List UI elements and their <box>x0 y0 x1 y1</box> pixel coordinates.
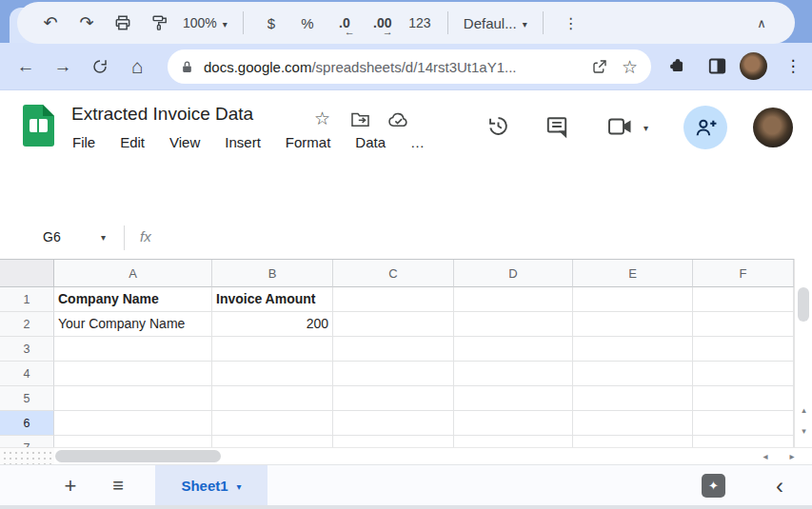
comments-icon[interactable] <box>545 114 569 139</box>
print-icon[interactable] <box>105 13 141 32</box>
column-header-e[interactable]: E <box>573 260 693 287</box>
side-panel-icon[interactable] <box>703 43 731 89</box>
font-select[interactable]: Defaul... ▾ <box>458 15 533 31</box>
cell-B5[interactable] <box>212 386 333 411</box>
browser-profile-avatar[interactable] <box>740 52 767 80</box>
cell-C2[interactable] <box>333 312 454 337</box>
cell-C5[interactable] <box>333 386 454 411</box>
redo-icon[interactable]: ↷ <box>69 12 105 33</box>
cell-F5[interactable] <box>693 386 794 411</box>
address-bar[interactable]: docs.google.com/spreadsheets/d/14rst3Ut1… <box>168 49 651 84</box>
sheets-logo-icon[interactable] <box>23 105 54 147</box>
cell-A6[interactable] <box>54 411 212 436</box>
cell-D2[interactable] <box>454 312 573 337</box>
cell-D4[interactable] <box>454 362 573 386</box>
sheet-tab-active[interactable]: Sheet1 ▾ <box>155 465 267 506</box>
extensions-puzzle-icon[interactable] <box>663 43 691 89</box>
cell-A2[interactable]: Your Company Name <box>54 312 212 337</box>
move-to-folder-icon[interactable] <box>350 111 370 127</box>
name-box-caret-icon[interactable]: ▾ <box>101 232 106 243</box>
menu-insert[interactable]: Insert <box>225 134 261 150</box>
column-header-a[interactable]: A <box>54 260 212 287</box>
cell-C3[interactable] <box>333 337 454 362</box>
cell-F4[interactable] <box>693 362 794 386</box>
cell-B3[interactable] <box>212 337 333 362</box>
forward-icon[interactable]: → <box>49 43 77 89</box>
gemini-sparkle-badge[interactable]: ✦ <box>702 474 725 498</box>
cell-A4[interactable] <box>54 362 212 386</box>
cell-F6[interactable] <box>693 411 794 436</box>
cell-E3[interactable] <box>573 337 693 362</box>
zoom-control[interactable]: 100% ▾ <box>177 15 233 30</box>
cell-C1[interactable] <box>333 287 454 312</box>
document-title[interactable]: Extracted Invoice Data <box>71 104 253 125</box>
scroll-down-icon[interactable]: ▾ <box>795 426 812 436</box>
horizontal-scrollbar-thumb[interactable] <box>55 450 221 462</box>
vertical-scrollbar[interactable]: ▴ ▾ <box>794 259 812 447</box>
column-header-d[interactable]: D <box>454 260 573 287</box>
bookmark-star-icon[interactable]: ☆ <box>622 58 638 76</box>
cell-A1[interactable]: Company Name <box>54 287 212 312</box>
row-header-3[interactable]: 3 <box>0 337 54 362</box>
menu-view[interactable]: View <box>169 134 200 150</box>
row-header-1[interactable]: 1 <box>0 287 54 312</box>
more-formats-button[interactable]: 123 <box>402 15 438 30</box>
scroll-up-icon[interactable]: ▴ <box>795 405 812 415</box>
format-percent-button[interactable]: % <box>289 15 326 31</box>
lock-icon[interactable] <box>181 60 193 74</box>
cell-B7[interactable] <box>212 436 333 447</box>
column-header-c[interactable]: C <box>333 260 454 287</box>
menu-file[interactable]: File <box>72 134 95 150</box>
row-header-4[interactable]: 4 <box>0 362 54 386</box>
increase-decimal-button[interactable]: .00→ <box>364 15 402 30</box>
cell-A5[interactable] <box>54 386 212 411</box>
select-all-corner[interactable] <box>0 260 54 287</box>
row-header-5[interactable]: 5 <box>0 386 54 411</box>
toolbar-more-icon[interactable]: ⋮ <box>553 14 589 32</box>
cell-E2[interactable] <box>573 312 693 337</box>
cell-E5[interactable] <box>573 386 693 411</box>
home-icon[interactable]: ⌂ <box>123 43 151 89</box>
decrease-decimal-button[interactable]: .0← <box>326 15 364 30</box>
meet-caret-icon[interactable]: ▾ <box>644 123 648 133</box>
column-header-f[interactable]: F <box>693 260 794 287</box>
account-avatar[interactable] <box>753 108 793 147</box>
cell-C6[interactable] <box>333 411 454 436</box>
row-header-2[interactable]: 2 <box>0 312 54 337</box>
version-history-icon[interactable] <box>485 113 511 139</box>
scroll-right-icon[interactable]: ▸ <box>781 448 803 465</box>
cell-E1[interactable] <box>573 287 693 312</box>
add-sheet-button[interactable]: + <box>57 465 84 506</box>
scroll-left-icon[interactable]: ◂ <box>754 448 777 465</box>
cell-A7[interactable] <box>54 436 212 447</box>
cell-A3[interactable] <box>54 337 212 362</box>
cloud-saved-icon[interactable] <box>387 112 409 127</box>
collapse-panel-chevron-icon[interactable]: ‹ <box>766 465 793 506</box>
name-box[interactable]: G6 <box>43 229 61 245</box>
cell-C7[interactable] <box>333 436 454 447</box>
cell-B2[interactable]: 200 <box>212 312 333 337</box>
row-header-6-selected[interactable]: 6 <box>0 411 54 436</box>
vertical-scrollbar-thumb[interactable] <box>798 287 809 322</box>
paint-format-icon[interactable] <box>141 13 177 32</box>
share-page-icon[interactable] <box>591 58 608 75</box>
row-header-7[interactable]: 7 <box>0 436 54 447</box>
cell-C4[interactable] <box>333 362 454 386</box>
cell-F2[interactable] <box>693 312 794 337</box>
cell-F3[interactable] <box>693 337 794 362</box>
cell-B6[interactable] <box>212 411 333 436</box>
cell-F1[interactable] <box>693 287 794 312</box>
cell-B4[interactable] <box>212 362 333 386</box>
cell-D6[interactable] <box>454 411 573 436</box>
horizontal-scrollbar[interactable]: ◂ ▸ <box>0 447 812 464</box>
star-document-icon[interactable]: ☆ <box>314 109 330 127</box>
cell-D3[interactable] <box>454 337 573 362</box>
cell-F7[interactable] <box>693 436 794 447</box>
all-sheets-menu-icon[interactable]: ≡ <box>105 465 131 506</box>
column-header-b[interactable]: B <box>212 260 333 287</box>
reload-icon[interactable] <box>86 43 114 89</box>
menu-overflow[interactable]: … <box>410 134 425 150</box>
undo-icon[interactable]: ↶ <box>32 12 69 33</box>
share-button[interactable] <box>683 106 727 149</box>
cell-E7[interactable] <box>573 436 693 447</box>
